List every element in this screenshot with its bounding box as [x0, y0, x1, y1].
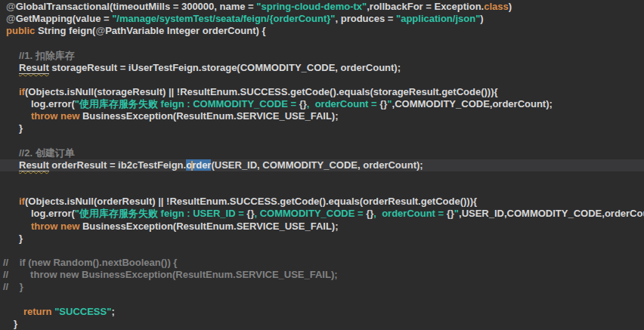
code-token-comment: // }	[3, 281, 23, 292]
code-token-plain: }	[19, 122, 23, 134]
code-line[interactable]: if(Objects.isNull(orderResult) || !Resul…	[0, 196, 644, 208]
code-line[interactable]: throw new BusinessException(ResultEnum.S…	[0, 221, 644, 233]
code-token-string: , orderCount =	[307, 98, 379, 109]
code-token-string: "SUCCESS"	[54, 306, 111, 317]
code-token-plain: log.error(	[31, 98, 75, 109]
code-token-keyword: throw	[31, 221, 57, 232]
code-token-string: "使用库存服务失败 feign : USER_ID =	[75, 208, 247, 219]
code-token-plain: }	[19, 233, 23, 244]
code-token-comment: //2. 创建订单	[19, 147, 75, 159]
code-token-plain: ;	[111, 306, 114, 317]
code-token-annotation: @	[6, 13, 16, 24]
code-line[interactable]: @GetMapping(value = "/manage/systemTest/…	[0, 13, 644, 25]
code-token-plain: (Objects.isNull(storageResult) || !Resul…	[25, 86, 498, 97]
code-token-plain: ,USER_ID,COMMODITY_CODE,orderCount);	[459, 208, 644, 219]
code-token-comment: //1. 扣除库存	[19, 50, 75, 61]
code-token-plain: ,COMMODITY_CODE,orderCount);	[392, 98, 553, 109]
code-token-plain: String feign(	[35, 25, 95, 36]
code-token-plain: BusinessException(ResultEnum.SERVICE_USE…	[79, 221, 338, 232]
code-token-keyword: new	[60, 221, 79, 232]
code-line[interactable]: log.error("使用库存服务失败 feign : USER_ID = {}…	[0, 208, 644, 220]
code-line[interactable]	[0, 37, 644, 49]
code-token-string: , COMMODITY_CODE =	[254, 208, 366, 219]
code-token-plain: (Objects.isNull(orderResult) || !ResultE…	[25, 196, 477, 207]
code-token-plain: (USER_ID, COMMODITY_CODE, orderCount);	[211, 159, 423, 171]
code-token-plain: )	[509, 1, 512, 12]
code-token-plain: orderResult = ib2cTestFeign.	[49, 159, 186, 171]
code-line[interactable]: }	[0, 318, 644, 330]
code-line[interactable]: log.error("使用库存服务失败 feign : COMMODITY_CO…	[0, 98, 644, 110]
code-token-placeholder: {}	[366, 208, 373, 219]
code-token-comment: // if (new Random().nextBoolean()) {	[3, 257, 177, 268]
code-token-plain: GetMapping(value =	[16, 13, 113, 24]
code-line[interactable]	[0, 293, 644, 305]
code-token-string: "/manage/systemTest/seata/feign/{orderCo…	[112, 13, 335, 24]
code-token-placeholder: {}	[379, 98, 387, 109]
code-line[interactable]	[0, 135, 644, 147]
code-line[interactable]: throw new BusinessException(ResultEnum.S…	[0, 110, 644, 122]
code-token-annotation: @	[95, 25, 105, 36]
code-token-keyword: class	[484, 1, 509, 12]
code-line[interactable]: // }	[0, 281, 644, 293]
code-line[interactable]: Result orderResult = ib2cTestFeign.order…	[0, 159, 644, 171]
code-token-keyword: return	[23, 306, 52, 317]
code-token-keyword: throw	[31, 110, 57, 122]
code-line[interactable]: @GlobalTransactional(timeoutMills = 3000…	[0, 1, 644, 13]
code-line[interactable]	[0, 74, 644, 86]
code-token-plain: PathVariable Integer orderCount) {	[105, 25, 265, 36]
code-line[interactable]: //2. 创建订单	[0, 147, 644, 159]
code-token-string: "spring-cloud-demo-tx"	[256, 1, 367, 12]
selected-text: rder	[192, 159, 211, 171]
code-token-string: , orderCount =	[373, 208, 446, 219]
code-token-plain: ,rollbackFor = Exception.	[367, 1, 484, 12]
code-token-plain: }	[14, 318, 17, 329]
code-token-placeholder: {}	[299, 98, 307, 109]
code-token-keyword: if	[19, 86, 25, 97]
code-token-keyword: if	[19, 196, 25, 207]
code-token-plain: , produces =	[335, 13, 396, 24]
text-cursor	[191, 161, 193, 171]
code-token-plain: )	[480, 13, 483, 24]
code-area[interactable]: @GlobalTransactional(timeoutMills = 3000…	[0, 1, 644, 330]
code-token-string: "使用库存服务失败 feign : COMMODITY_CODE =	[75, 98, 299, 109]
code-token-string: "application/json"	[396, 13, 480, 24]
code-token-keyword: public	[6, 25, 35, 36]
code-token-plain: GlobalTransactional(timeoutMills = 30000…	[16, 1, 257, 12]
code-line[interactable]	[0, 184, 644, 196]
code-token-type-underlined: Result	[19, 62, 49, 74]
code-line[interactable]: return "SUCCESS";	[0, 306, 644, 318]
code-editor[interactable]: @GlobalTransactional(timeoutMills = 3000…	[0, 0, 644, 330]
code-token-plain: BusinessException(ResultEnum.SERVICE_USE…	[79, 110, 338, 122]
code-token-plain: log.error(	[31, 208, 75, 219]
code-line[interactable]	[0, 171, 644, 184]
code-line[interactable]: // throw new BusinessException(ResultEnu…	[0, 269, 644, 281]
code-token-placeholder: {}	[447, 208, 454, 219]
code-line[interactable]	[0, 245, 644, 257]
code-line[interactable]: public String feign(@PathVariable Intege…	[0, 25, 644, 37]
code-token-placeholder: {}	[246, 208, 254, 219]
code-line[interactable]: }	[0, 122, 644, 134]
code-line[interactable]: }	[0, 233, 644, 245]
code-line[interactable]: if(Objects.isNull(storageResult) || !Res…	[0, 86, 644, 98]
code-token-keyword: new	[60, 110, 79, 122]
code-line[interactable]: //1. 扣除库存	[0, 50, 644, 62]
code-token-annotation: @	[6, 1, 16, 12]
code-token-comment: // throw new BusinessException(ResultEnu…	[3, 269, 338, 280]
code-line[interactable]: Result storageResult = iUserTestFeign.st…	[0, 62, 644, 74]
code-token-type-underlined: Result	[19, 159, 49, 171]
code-token-plain: storageResult = iUserTestFeign.storage(C…	[49, 62, 401, 73]
code-line[interactable]: // if (new Random().nextBoolean()) {	[0, 257, 644, 269]
